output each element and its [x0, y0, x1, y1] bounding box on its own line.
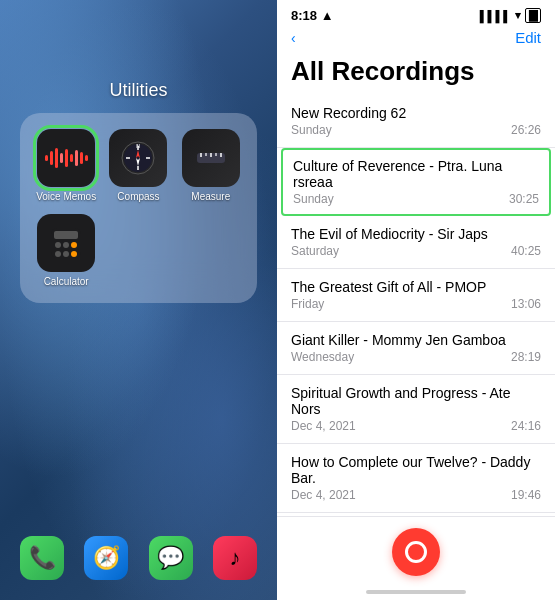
dock-safari-icon[interactable]: 🧭	[84, 536, 128, 580]
edit-button[interactable]: Edit	[515, 29, 541, 46]
folder-grid: Voice Memos N	[20, 113, 257, 303]
recording-day-5: Dec 4, 2021	[291, 419, 356, 433]
recording-item-3[interactable]: The Greatest Gift of All - PMOP Friday 1…	[277, 269, 555, 322]
recording-day-3: Friday	[291, 297, 324, 311]
recording-name-1: Culture of Reverence - Ptra. Luna rsreaa	[293, 158, 539, 190]
dock-messages-icon[interactable]: 💬	[149, 536, 193, 580]
recording-duration-6: 19:46	[511, 488, 541, 502]
recording-name-2: The Evil of Mediocrity - Sir Japs	[291, 226, 541, 242]
recording-day-0: Sunday	[291, 123, 332, 137]
bottom-bar	[277, 516, 555, 586]
calculator-icon[interactable]	[37, 214, 95, 272]
measure-icon[interactable]	[182, 129, 240, 187]
recording-day-1: Sunday	[293, 192, 334, 206]
svg-point-19	[71, 242, 77, 248]
recording-item-5[interactable]: Spiritual Growth and Progress - Ate Nors…	[277, 375, 555, 444]
app-calculator[interactable]: Calculator	[36, 214, 96, 287]
recording-meta-4: Wednesday 28:19	[291, 350, 541, 364]
recording-day-2: Saturday	[291, 244, 339, 258]
dock: 📞 🧭 💬 ♪	[0, 536, 277, 580]
svg-rect-16	[54, 231, 78, 239]
recording-duration-2: 40:25	[511, 244, 541, 258]
compass-svg: N	[120, 140, 156, 176]
measure-svg	[193, 140, 229, 176]
recording-item-2[interactable]: The Evil of Mediocrity - Sir Japs Saturd…	[277, 216, 555, 269]
recording-name-4: Giant Killer - Mommy Jen Gamboa	[291, 332, 541, 348]
svg-point-21	[63, 251, 69, 257]
app-compass[interactable]: N Compass	[108, 129, 168, 202]
recording-meta-3: Friday 13:06	[291, 297, 541, 311]
recording-name-6: How to Complete our Twelve? - Daddy Bar.	[291, 454, 541, 486]
recording-duration-1: 30:25	[509, 192, 539, 206]
recording-meta-1: Sunday 30:25	[293, 192, 539, 206]
voice-memos-label: Voice Memos	[36, 191, 96, 202]
recording-meta-2: Saturday 40:25	[291, 244, 541, 258]
recording-name-3: The Greatest Gift of All - PMOP	[291, 279, 541, 295]
recording-item-0[interactable]: New Recording 62 Sunday 26:26	[277, 95, 555, 148]
svg-point-17	[55, 242, 61, 248]
measure-label: Measure	[191, 191, 230, 202]
recording-meta-6: Dec 4, 2021 19:46	[291, 488, 541, 502]
home-bar	[366, 590, 466, 594]
recording-name-5: Spiritual Growth and Progress - Ate Nors	[291, 385, 541, 417]
waveform-visual	[45, 146, 88, 170]
recording-duration-3: 13:06	[511, 297, 541, 311]
recording-duration-5: 24:16	[511, 419, 541, 433]
svg-text:N: N	[137, 143, 141, 149]
dock-music-icon[interactable]: ♪	[213, 536, 257, 580]
recordings-list[interactable]: New Recording 62 Sunday 26:26 Culture of…	[277, 95, 555, 516]
svg-point-18	[63, 242, 69, 248]
nav-bar: ‹ Edit	[277, 27, 555, 52]
folder-title: Utilities	[20, 80, 257, 101]
battery-icon: ▇	[525, 8, 541, 23]
app-measure[interactable]: Measure	[181, 129, 241, 202]
home-indicator	[277, 586, 555, 600]
compass-label: Compass	[117, 191, 159, 202]
recording-meta-5: Dec 4, 2021 24:16	[291, 419, 541, 433]
recording-name-0: New Recording 62	[291, 105, 541, 121]
recording-item-4[interactable]: Giant Killer - Mommy Jen Gamboa Wednesda…	[277, 322, 555, 375]
recording-item-6[interactable]: How to Complete our Twelve? - Daddy Bar.…	[277, 444, 555, 513]
svg-point-22	[71, 251, 77, 257]
dock-phone-icon[interactable]: 📞	[20, 536, 64, 580]
recording-duration-0: 26:26	[511, 123, 541, 137]
utilities-folder[interactable]: Utilities	[20, 80, 257, 303]
chevron-left-icon: ‹	[291, 30, 296, 46]
back-button[interactable]: ‹	[291, 30, 296, 46]
recording-duration-4: 28:19	[511, 350, 541, 364]
wifi-icon: ▾	[515, 9, 521, 22]
recording-day-6: Dec 4, 2021	[291, 488, 356, 502]
page-title: All Recordings	[277, 52, 555, 95]
app-voice-memos[interactable]: Voice Memos	[36, 129, 96, 202]
status-icons: ▌▌▌▌ ▾ ▇	[480, 8, 541, 23]
status-arrow: ▲	[321, 8, 334, 23]
svg-point-20	[55, 251, 61, 257]
compass-icon[interactable]: N	[109, 129, 167, 187]
home-screen: Utilities	[0, 0, 277, 600]
calc-svg	[47, 224, 85, 262]
recording-item-1[interactable]: Culture of Reverence - Ptra. Luna rsreaa…	[281, 148, 551, 216]
recording-day-4: Wednesday	[291, 350, 354, 364]
voice-memos-screen: 8:18 ▲ ▌▌▌▌ ▾ ▇ ‹ Edit All Recordings Ne…	[277, 0, 555, 600]
record-inner	[405, 541, 427, 563]
voice-memos-icon[interactable]	[37, 129, 95, 187]
status-bar: 8:18 ▲ ▌▌▌▌ ▾ ▇	[277, 0, 555, 27]
signal-icon: ▌▌▌▌	[480, 10, 511, 22]
status-time: 8:18 ▲	[291, 8, 334, 23]
calculator-label: Calculator	[44, 276, 89, 287]
record-button[interactable]	[392, 528, 440, 576]
recording-meta-0: Sunday 26:26	[291, 123, 541, 137]
